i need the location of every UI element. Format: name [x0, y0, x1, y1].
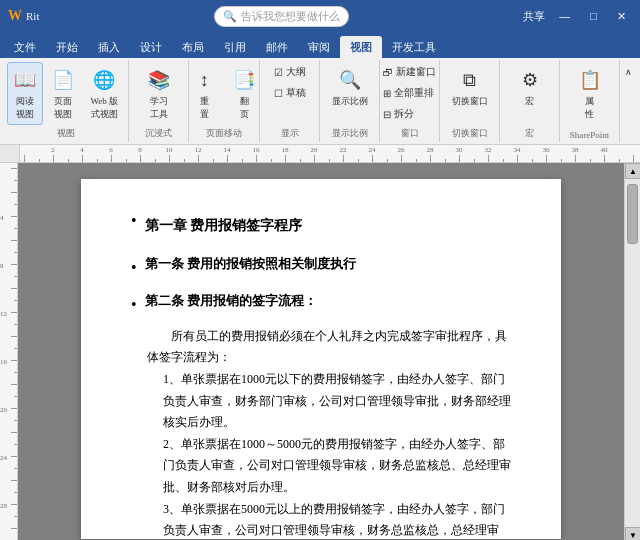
- web-view-label: Web 版式视图: [88, 95, 120, 121]
- show-items: ☑ 大纲 ☐ 草稿: [269, 62, 311, 103]
- reset-button[interactable]: ↕ 重置: [185, 62, 223, 125]
- doc-title: Rit: [26, 10, 39, 22]
- title-right: 共享 — □ ✕: [523, 8, 632, 25]
- ribbon-collapse-button[interactable]: ∧: [620, 64, 636, 80]
- close-button[interactable]: ✕: [611, 8, 632, 25]
- web-view-icon: 🌐: [90, 66, 118, 94]
- item-1: 1、单张票据在1000元以下的费用报销签字，由经办人签字、部门负责人审查，财务部…: [163, 369, 511, 434]
- scroll-down-button[interactable]: ▼: [625, 527, 640, 540]
- tab-layout[interactable]: 布局: [172, 36, 214, 58]
- bullet-dot-3: •: [131, 291, 137, 320]
- bullet-dot-2: •: [131, 254, 137, 283]
- zoom-button[interactable]: 🔍 显示比例: [327, 62, 373, 112]
- tab-insert[interactable]: 插入: [88, 36, 130, 58]
- tab-home[interactable]: 开始: [46, 36, 88, 58]
- switch-window-icon: ⧉: [456, 66, 484, 94]
- views-group-label: 视图: [57, 125, 75, 140]
- ribbon-group-window: 🗗 新建窗口 ⊞ 全部重排 ⊟ 拆分 窗口: [380, 60, 440, 142]
- properties-icon: 📋: [576, 66, 604, 94]
- split-label: 拆分: [394, 107, 414, 121]
- intro-text: 所有员工的费用报销必须在个人礼拜之内完成签字审批程序，具体签字流程为：: [147, 326, 511, 369]
- macro-group-label: 宏: [525, 125, 534, 140]
- properties-label: 属性: [585, 95, 594, 121]
- scrollbar-track[interactable]: [625, 179, 640, 527]
- ribbon-group-immersive: 📚 学习工具 沉浸式: [129, 60, 189, 142]
- arrange-all-button[interactable]: ⊞ 全部重排: [378, 83, 441, 103]
- window-group-label: 窗口: [401, 125, 419, 140]
- tab-file[interactable]: 文件: [4, 36, 46, 58]
- show-group-label: 显示: [281, 125, 299, 140]
- immersive-buttons: 📚 学习工具: [140, 62, 178, 125]
- article-1-bullet: • 第一条 费用的报销按照相关制度执行: [131, 252, 511, 283]
- switch-window-label: 切换窗口: [452, 95, 488, 108]
- web-view-button[interactable]: 🌐 Web 版式视图: [83, 62, 125, 125]
- article-2-bullet: • 第二条 费用报销的签字流程：: [131, 289, 511, 320]
- bullet-dot: •: [131, 207, 137, 236]
- new-window-button[interactable]: 🗗 新建窗口: [378, 62, 441, 82]
- reading-view-icon: 📖: [11, 66, 39, 94]
- ribbon-group-switch: ⧉ 切换窗口 切换窗口: [440, 60, 500, 142]
- tab-developer[interactable]: 开发工具: [382, 36, 446, 58]
- draft-toggle[interactable]: ☐ 草稿: [269, 83, 311, 103]
- ribbon-tabs: 文件 开始 插入 设计 布局 引用 邮件 审阅 视图 开发工具: [0, 32, 640, 58]
- share-label[interactable]: 共享: [523, 9, 545, 24]
- search-placeholder: 告诉我您想要做什么: [241, 9, 340, 24]
- tab-design[interactable]: 设计: [130, 36, 172, 58]
- title-bar: W Rit 🔍 告诉我您想要做什么 共享 — □ ✕: [0, 0, 640, 32]
- properties-button[interactable]: 📋 属性: [571, 62, 609, 125]
- page-flip-label: 翻页: [240, 95, 249, 121]
- minimize-button[interactable]: —: [553, 8, 576, 24]
- word-logo: W: [8, 8, 22, 24]
- page-flip-icon: 📑: [230, 66, 258, 94]
- page-flip-button[interactable]: 📑 翻页: [225, 62, 263, 125]
- document-page[interactable]: • 第一章 费用报销签字程序 • 第一条 费用的报销按照相关制度执行 • 第二条…: [81, 179, 561, 539]
- macro-icon: ⚙: [516, 66, 544, 94]
- split-icon: ⊟: [383, 109, 391, 120]
- learning-tools-label: 学习工具: [150, 95, 168, 121]
- search-icon: 🔍: [223, 10, 237, 23]
- tab-references[interactable]: 引用: [214, 36, 256, 58]
- ribbon-group-page-move: ↕ 重置 📑 翻页 页面移动: [189, 60, 260, 142]
- draft-check: ☐: [274, 88, 283, 99]
- macro-label: 宏: [525, 95, 534, 108]
- zoom-icon: 🔍: [336, 66, 364, 94]
- chevron-up-icon: ∧: [625, 67, 632, 77]
- left-ruler: 481216202428: [0, 163, 18, 540]
- ribbon-group-zoom: 🔍 显示比例 显示比例: [320, 60, 380, 142]
- chapter-1-title: 第一章 费用报销签字程序: [145, 213, 303, 238]
- article-2-body-intro: 所有员工的费用报销必须在个人礼拜之内完成签字审批程序，具体签字流程为： 1、单张…: [147, 326, 511, 540]
- title-center: 🔍 告诉我您想要做什么: [214, 6, 349, 27]
- learning-tools-button[interactable]: 📚 学习工具: [140, 62, 178, 125]
- item-2: 2、单张票据在1000～5000元的费用报销签字，由经办人签字、部门负责人审查，…: [163, 434, 511, 499]
- search-bar[interactable]: 🔍 告诉我您想要做什么: [214, 6, 349, 27]
- split-button[interactable]: ⊟ 拆分: [378, 104, 441, 124]
- properties-group-label: SharePoint: [570, 128, 610, 140]
- view-buttons: 📖 阅读视图 📄 页面视图 🌐 Web 版式视图: [7, 62, 125, 125]
- tab-mailings[interactable]: 邮件: [256, 36, 298, 58]
- document-scroll[interactable]: • 第一章 费用报销签字程序 • 第一条 费用的报销按照相关制度执行 • 第二条…: [18, 163, 624, 540]
- ruler-content: 246810121416182022242628303234363840: [20, 145, 640, 163]
- document-container: 481216202428 • 第一章 费用报销签字程序 • 第一条 费用的报销按…: [0, 163, 640, 540]
- ruler-corner: [0, 145, 20, 163]
- reading-view-button[interactable]: 📖 阅读视图: [7, 62, 43, 125]
- switch-window-button[interactable]: ⧉ 切换窗口: [447, 62, 493, 112]
- ribbon-content: 📖 阅读视图 📄 页面视图 🌐 Web 版式视图 视图 📚 学习工具 沉浸式: [0, 58, 640, 145]
- title-left: W Rit: [8, 8, 39, 24]
- scroll-up-button[interactable]: ▲: [625, 163, 640, 179]
- page-move-buttons: ↕ 重置 📑 翻页: [185, 62, 263, 125]
- vertical-scrollbar[interactable]: ▲ ▼: [624, 163, 640, 540]
- ribbon-group-macro: ⚙ 宏 宏: [500, 60, 560, 142]
- switch-group-label: 切换窗口: [452, 125, 488, 140]
- immersive-group-label: 沉浸式: [145, 125, 172, 140]
- tab-view[interactable]: 视图: [340, 36, 382, 58]
- maximize-button[interactable]: □: [584, 8, 603, 24]
- tab-review[interactable]: 审阅: [298, 36, 340, 58]
- page-view-button[interactable]: 📄 页面视图: [45, 62, 81, 125]
- window-items: 🗗 新建窗口 ⊞ 全部重排 ⊟ 拆分: [378, 62, 441, 124]
- outline-toggle[interactable]: ☑ 大纲: [269, 62, 311, 82]
- page-view-label: 页面视图: [50, 95, 76, 121]
- ribbon-group-show: ☑ 大纲 ☐ 草稿 显示: [260, 60, 320, 142]
- macro-button[interactable]: ⚙ 宏: [511, 62, 549, 112]
- scrollbar-thumb[interactable]: [627, 184, 638, 244]
- article-1-title: 第一条 费用的报销按照相关制度执行: [145, 252, 356, 275]
